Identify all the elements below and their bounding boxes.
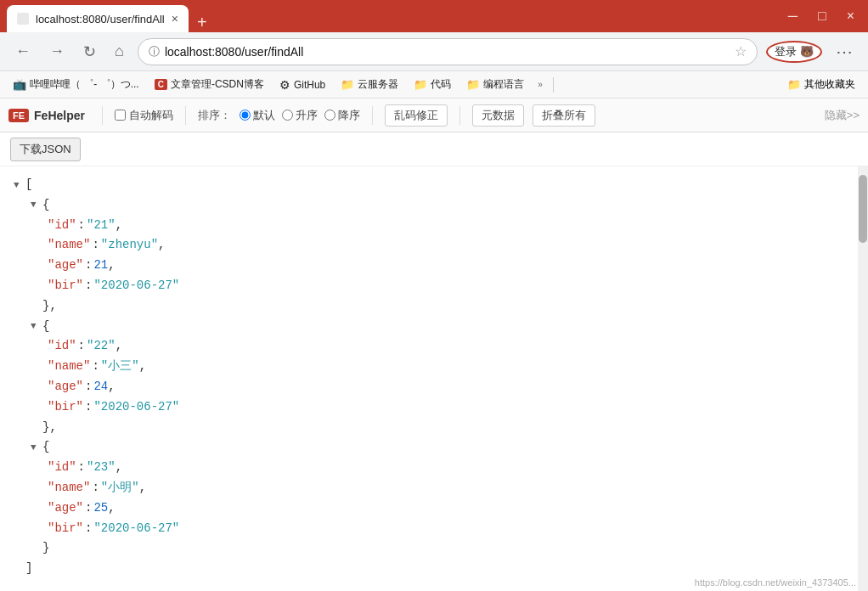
bookmark-star-icon[interactable]: ☆ — [735, 43, 747, 59]
root-toggle[interactable]: ▼ — [14, 177, 25, 194]
back-button[interactable]: ← — [10, 39, 36, 64]
bookmark-other[interactable]: 📁 其他收藏夹 — [781, 75, 861, 94]
item1-brace-close: } — [42, 296, 49, 317]
scrollbar-thumb[interactable] — [859, 175, 867, 243]
window-close-button[interactable]: × — [840, 7, 861, 25]
item2-brace-open: { — [42, 317, 49, 337]
item2-name-val: "小三" — [101, 357, 139, 377]
fehelper-logo: FE FeHelper — [8, 109, 85, 122]
refresh-button[interactable]: ↻ — [78, 39, 101, 65]
bookmark-code-label: 代码 — [431, 77, 451, 92]
sort-radio-group: 默认 升序 降序 — [240, 108, 360, 123]
sort-asc-option[interactable]: 升序 — [282, 108, 318, 123]
bookmarks-separator — [553, 77, 554, 93]
addressbar: ← → ↻ ⌂ ⓘ localhost:8080/user/findAll ☆ … — [0, 32, 868, 71]
item1-name-key: "name" — [48, 235, 90, 256]
maximize-button[interactable]: □ — [811, 7, 833, 25]
home-button[interactable]: ⌂ — [110, 39, 129, 64]
auto-decode-input[interactable] — [115, 110, 126, 121]
item1-open: ▼ { — [14, 195, 854, 216]
item1-name-line: "name": "zhenyu", — [14, 235, 854, 256]
item3-brace-close: } — [42, 538, 49, 559]
raw-data-button[interactable]: 元数据 — [472, 104, 524, 127]
item1-name-val: "zhenyu" — [101, 235, 158, 256]
bookmark-cloud[interactable]: 📁 云服务器 — [335, 75, 404, 94]
sort-desc-radio[interactable] — [324, 110, 335, 121]
tab-favicon — [17, 13, 29, 25]
active-tab[interactable]: localhost:8080/user/findAll × — [7, 5, 189, 32]
fix-encoding-button[interactable]: 乱码修正 — [385, 104, 448, 127]
toolbar-divider-4 — [459, 106, 460, 125]
collapse-all-button[interactable]: 折叠所有 — [533, 104, 595, 127]
hide-button[interactable]: 隐藏>> — [825, 108, 860, 123]
item2-id-line: "id": "22", — [14, 336, 854, 357]
item3-name-key: "name" — [48, 478, 90, 498]
watermark: https://blog.csdn.net/weixin_4373405... — [695, 577, 856, 588]
profile-button[interactable]: 登录 🐻 — [766, 41, 822, 63]
item1-close: }, — [14, 296, 854, 317]
scrollbar-track[interactable] — [858, 166, 868, 591]
item2-open: ▼ { — [14, 317, 854, 337]
security-icon: ⓘ — [149, 44, 160, 59]
bookmark-github[interactable]: ⚙ GitHub — [273, 76, 331, 94]
titlebar: localhost:8080/user/findAll × + ─ □ × — [0, 0, 868, 32]
sort-default-radio[interactable] — [240, 110, 251, 121]
item3-toggle[interactable]: ▼ — [31, 440, 42, 456]
item1-id-line: "id": "21", — [14, 216, 854, 236]
auto-decode-checkbox[interactable]: 自动解码 — [115, 108, 173, 123]
fehelper-badge: FE — [8, 109, 29, 122]
bookmark-bilibili[interactable]: 📺 哔哩哔哩（ ゜- ゜）つ... — [7, 75, 145, 94]
item3-open: ▼ { — [14, 437, 854, 458]
sort-desc-label: 降序 — [338, 108, 360, 123]
item2-bir-key: "bir" — [48, 397, 83, 418]
sort-default-option[interactable]: 默认 — [240, 108, 275, 123]
item2-bir-val: "2020-06-27" — [93, 397, 179, 418]
download-json-button[interactable]: 下载JSON — [10, 138, 81, 161]
tab-close-button[interactable]: × — [172, 12, 178, 25]
bookmark-github-label: GitHub — [294, 79, 325, 91]
bookmarks-bar: 📺 哔哩哔哩（ ゜- ゜）つ... C 文章管理-CSDN博客 ⚙ GitHub… — [0, 71, 868, 98]
item1-id-key: "id" — [48, 216, 76, 236]
item2-age-key: "age" — [48, 377, 83, 397]
item2-bir-line: "bir": "2020-06-27" — [14, 397, 854, 418]
item2-id-val: "22" — [87, 336, 116, 357]
item1-age-key: "age" — [48, 256, 83, 276]
bookmark-csdn[interactable]: C 文章管理-CSDN博客 — [149, 75, 270, 94]
item1-bir-val: "2020-06-27" — [93, 276, 179, 296]
item1-age-val: 21 — [93, 256, 108, 276]
bookmark-cloud-label: 云服务器 — [358, 77, 398, 92]
window-controls: ─ □ × — [781, 7, 861, 25]
bookmarks-more-button[interactable]: » — [533, 77, 547, 92]
address-bar[interactable]: ⓘ localhost:8080/user/findAll ☆ — [138, 38, 758, 65]
sort-desc-option[interactable]: 降序 — [324, 108, 360, 123]
item1-brace-open: { — [42, 195, 49, 216]
bookmark-code[interactable]: 📁 代码 — [408, 75, 457, 94]
item2-name-line: "name": "小三", — [14, 357, 854, 377]
more-options-button[interactable]: ⋯ — [831, 40, 858, 64]
auto-decode-label: 自动解码 — [129, 108, 173, 123]
root-bracket-close: ] — [25, 559, 32, 579]
minimize-button[interactable]: ─ — [781, 7, 804, 25]
toolbar-divider-2 — [185, 106, 186, 125]
item1-bir-key: "bir" — [48, 276, 83, 296]
toolbar-divider-1 — [102, 106, 103, 125]
item3-bir-val: "2020-06-27" — [93, 519, 179, 539]
folder-other-icon: 📁 — [787, 78, 801, 91]
forward-button[interactable]: → — [44, 39, 70, 64]
item2-close: }, — [14, 418, 854, 438]
toolbar-divider-3 — [372, 106, 373, 125]
item2-age-line: "age": 24, — [14, 377, 854, 397]
item3-id-key: "id" — [48, 458, 76, 478]
tab-area: localhost:8080/user/findAll × + — [7, 0, 775, 32]
new-tab-button[interactable]: + — [189, 13, 216, 32]
github-icon: ⚙ — [279, 78, 290, 92]
fehelper-toolbar: FE FeHelper 自动解码 排序： 默认 升序 降序 乱码修正 元数据 折… — [0, 98, 868, 132]
item1-age-line: "age": 21, — [14, 256, 854, 276]
item2-name-key: "name" — [48, 357, 90, 377]
download-row: 下载JSON — [0, 132, 868, 166]
sort-asc-radio[interactable] — [282, 110, 293, 121]
bookmark-lang[interactable]: 📁 编程语言 — [460, 75, 530, 94]
item2-toggle[interactable]: ▼ — [31, 318, 42, 335]
item3-close: } — [14, 538, 854, 559]
item1-toggle[interactable]: ▼ — [31, 197, 42, 213]
